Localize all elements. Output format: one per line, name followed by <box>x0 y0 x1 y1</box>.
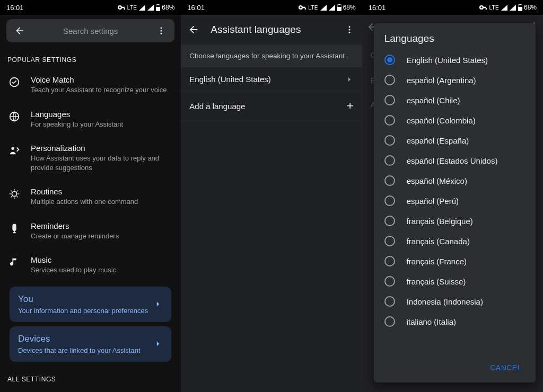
screen-assistant-languages: 16:01 LTE 68% Assistant languages Choose… <box>181 0 362 392</box>
svg-point-8 <box>12 147 15 150</box>
setting-reminders[interactable]: Reminders Create or manage reminders <box>0 214 181 248</box>
language-option-label: français (Suisse) <box>407 277 466 286</box>
language-option[interactable]: español (Argentina) <box>374 70 536 90</box>
language-option[interactable]: français (Belgique) <box>374 211 536 231</box>
language-option[interactable]: English (United States) <box>374 50 536 70</box>
language-option[interactable]: español (Colombia) <box>374 110 536 130</box>
setting-title: Routines <box>31 187 173 196</box>
language-option[interactable]: español (España) <box>374 130 536 150</box>
svg-rect-2 <box>157 4 159 5</box>
radio-icon <box>384 135 395 146</box>
setting-languages[interactable]: Languages For speaking to your Assistant <box>0 102 181 137</box>
language-option-label: español (España) <box>407 136 469 145</box>
dialog-options-list[interactable]: English (United States)español (Argentin… <box>374 50 536 356</box>
svg-point-3 <box>161 27 162 29</box>
languages-header: Choose languages for speaking to your As… <box>181 44 362 67</box>
section-all-settings: ALL SETTINGS <box>0 366 181 383</box>
svg-rect-12 <box>338 4 340 5</box>
more-vert-icon[interactable] <box>152 26 170 35</box>
radio-icon <box>384 75 395 85</box>
search-placeholder: Search settings <box>29 26 152 35</box>
language-option[interactable]: español (Chile) <box>374 90 536 110</box>
battery-indicator: 68% <box>337 4 356 11</box>
status-right: LTE 68% <box>479 4 537 11</box>
radio-icon <box>384 256 395 266</box>
svg-rect-17 <box>518 7 522 11</box>
svg-point-4 <box>161 30 162 32</box>
back-icon[interactable] <box>11 25 29 36</box>
language-option[interactable]: español (Perú) <box>374 191 536 211</box>
battery-percent: 68% <box>343 4 356 11</box>
music-note-icon <box>7 255 21 268</box>
setting-voice-match[interactable]: Voice Match Teach your Assistant to reco… <box>0 68 181 102</box>
screen-language-picker: 16:01 LTE 68% C E A Languages English (U… <box>362 0 543 392</box>
svg-point-13 <box>348 26 350 28</box>
current-language-row[interactable]: English (United States) <box>181 67 362 92</box>
vpn-key-icon <box>118 5 125 10</box>
more-vert-icon[interactable] <box>341 25 358 34</box>
svg-point-14 <box>348 29 350 31</box>
language-option[interactable]: français (Suisse) <box>374 271 536 291</box>
reminders-icon <box>7 221 21 234</box>
language-option-label: Indonesia (Indonesia) <box>407 297 483 306</box>
svg-rect-18 <box>519 4 521 5</box>
language-option[interactable]: español (Estados Unidos) <box>374 150 536 171</box>
voice-match-icon <box>7 75 21 88</box>
signal-icon-2 <box>329 5 335 11</box>
card-you[interactable]: You Your information and personal prefer… <box>10 287 171 322</box>
signal-icon-1 <box>501 5 507 11</box>
setting-sub: How Assistant uses your data to reply an… <box>31 154 173 172</box>
radio-icon <box>384 195 395 206</box>
setting-sub: Create or manage reminders <box>31 231 173 241</box>
status-right: LTE 68% <box>118 4 175 11</box>
svg-point-15 <box>348 32 350 33</box>
card-title: You <box>18 294 148 305</box>
language-option-label: español (México) <box>407 176 467 185</box>
plus-icon: + <box>347 99 354 113</box>
radio-icon <box>384 155 395 166</box>
back-icon[interactable] <box>185 24 202 35</box>
personalization-icon <box>7 144 21 156</box>
language-option-label: français (Belgique) <box>407 217 473 226</box>
radio-icon <box>384 296 395 307</box>
setting-music[interactable]: Music Services used to play music <box>0 248 181 282</box>
chevron-right-icon <box>345 75 354 84</box>
setting-sub: Services used to play music <box>31 265 173 275</box>
card-devices[interactable]: Devices Devices that are linked to your … <box>10 326 171 362</box>
vpn-key-icon <box>299 5 306 10</box>
setting-sub: Multiple actions with one command <box>31 197 173 207</box>
screen-assistant-settings: 16:01 LTE 68% Search settings POPULAR SE… <box>0 0 181 392</box>
chevron-right-icon <box>153 299 163 309</box>
setting-sub: Teach your Assistant to recognize your v… <box>31 85 173 95</box>
search-settings-field[interactable]: Search settings <box>6 19 174 42</box>
card-sub: Your information and personal preference… <box>18 307 148 315</box>
battery-percent: 68% <box>162 4 174 11</box>
setting-sub: For speaking to your Assistant <box>31 120 173 129</box>
setting-title: Voice Match <box>31 75 173 84</box>
language-option[interactable]: italiano (Italia) <box>374 311 536 332</box>
language-option[interactable]: français (Canada) <box>374 231 536 251</box>
svg-point-5 <box>161 33 162 34</box>
battery-indicator: 68% <box>518 4 537 11</box>
radio-icon <box>384 95 395 105</box>
radio-icon <box>384 115 395 126</box>
setting-routines[interactable]: Routines Multiple actions with one comma… <box>0 180 181 214</box>
language-option-label: français (France) <box>407 257 467 266</box>
language-option[interactable]: français (France) <box>374 251 536 271</box>
add-language-row[interactable]: Add a language + <box>181 92 362 121</box>
signal-icon-2 <box>147 5 154 11</box>
battery-icon <box>156 4 160 11</box>
card-title: Devices <box>18 334 141 344</box>
setting-title: Music <box>31 255 173 264</box>
setting-title: Languages <box>31 110 173 119</box>
appbar-title: Assistant languages <box>211 24 332 35</box>
globe-icon <box>7 110 21 122</box>
language-option[interactable]: español (México) <box>374 171 536 191</box>
dialog-actions: CANCEL <box>374 356 536 382</box>
cancel-button[interactable]: CANCEL <box>486 360 526 375</box>
chevron-right-icon <box>153 339 163 349</box>
language-option[interactable]: Indonesia (Indonesia) <box>374 291 536 311</box>
setting-personalization[interactable]: Personalization How Assistant uses your … <box>0 136 181 180</box>
setting-title: Personalization <box>31 144 173 153</box>
radio-icon <box>384 216 395 226</box>
